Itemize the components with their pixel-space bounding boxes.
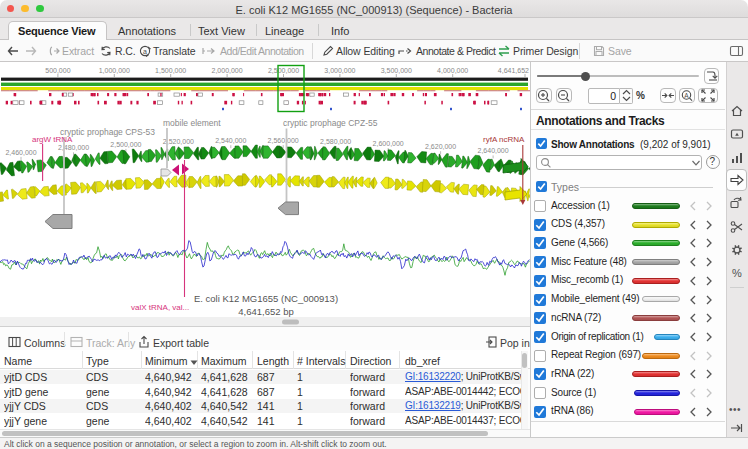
svg-text:2,460,000: 2,460,000 [5, 149, 36, 156]
svg-text:4,641,652: 4,641,652 [498, 67, 529, 74]
svg-text:2,000,000: 2,000,000 [212, 67, 243, 74]
svg-text:a: a [143, 48, 147, 55]
svg-text:cryptic prophage CPZ-55: cryptic prophage CPZ-55 [283, 118, 378, 128]
svg-text:2,500,000: 2,500,000 [268, 67, 299, 74]
svg-text:2,480,000: 2,480,000 [58, 144, 89, 151]
svg-text:4,641,652 bp: 4,641,652 bp [238, 306, 293, 317]
svg-text:1,000,000: 1,000,000 [99, 67, 130, 74]
svg-text:A: A [684, 91, 689, 98]
svg-text:ryfA ncRNA: ryfA ncRNA [483, 135, 525, 144]
svg-text:2,620,000: 2,620,000 [425, 143, 456, 150]
svg-text:4,000,000: 4,000,000 [437, 67, 468, 74]
svg-text:%: % [732, 267, 742, 279]
svg-text:3,000,000: 3,000,000 [324, 67, 355, 74]
svg-text:mobile element: mobile element [163, 118, 221, 128]
svg-text:2,560,000: 2,560,000 [268, 137, 299, 144]
svg-text:E. coli K12 MG1655 (NC_000913): E. coli K12 MG1655 (NC_000913) [194, 293, 338, 304]
svg-text:2,540,000: 2,540,000 [215, 137, 246, 144]
svg-text:500,000: 500,000 [45, 67, 70, 74]
svg-text:3,500,000: 3,500,000 [381, 67, 412, 74]
svg-text:2,640,000: 2,640,000 [478, 147, 509, 154]
svg-text:cryptic prophage CPS-53: cryptic prophage CPS-53 [60, 127, 155, 137]
svg-text:1,500,000: 1,500,000 [155, 67, 186, 74]
svg-text:2,500,000: 2,500,000 [110, 141, 141, 148]
svg-text:2,600,000: 2,600,000 [373, 140, 404, 147]
svg-text:valX tRNA, val...: valX tRNA, val... [131, 303, 189, 312]
svg-text:2,580,000: 2,580,000 [320, 138, 351, 145]
